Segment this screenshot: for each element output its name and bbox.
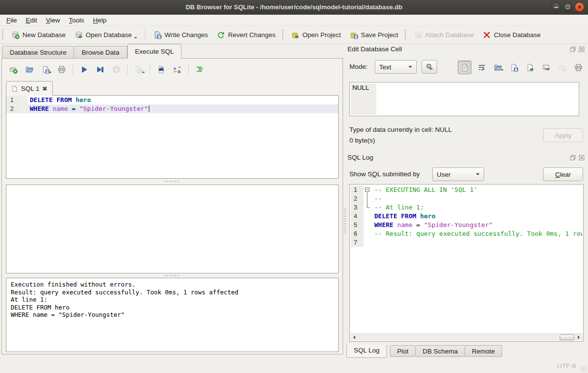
- menu-view[interactable]: View: [41, 16, 64, 25]
- new-tab-button[interactable]: [7, 63, 20, 76]
- mode-select[interactable]: Text: [375, 60, 417, 74]
- fold-margin: [364, 203, 372, 212]
- close-dock-icon[interactable]: [578, 154, 585, 161]
- print-button[interactable]: [572, 62, 584, 73]
- save-file-button[interactable]: [508, 62, 520, 73]
- auto-apply-button[interactable]: [422, 60, 437, 74]
- save-project-icon: [350, 31, 358, 39]
- main-tab-database-structure[interactable]: Database Structure: [2, 46, 74, 59]
- open-sql-file-icon: [25, 65, 34, 74]
- mode-value: Text: [379, 63, 406, 71]
- fold-margin: [364, 194, 372, 203]
- cell-mode-row: Mode: Text: [349, 60, 585, 75]
- scroll-right-icon[interactable]: [575, 334, 583, 341]
- encoding-label: UTF-8: [557, 362, 576, 370]
- dock-resize-handle[interactable]: [345, 208, 346, 235]
- minimize-icon[interactable]: [551, 2, 561, 12]
- sql-editor-toolbar: ab: [7, 62, 209, 77]
- find-replace-button[interactable]: ab: [171, 63, 183, 76]
- execute-all-icon: [80, 65, 88, 74]
- maximize-icon[interactable]: [563, 2, 572, 12]
- export-button[interactable]: [524, 62, 536, 73]
- image-link-button[interactable]: [540, 62, 552, 73]
- menu-tools[interactable]: Tools: [64, 16, 89, 25]
- open-file-button[interactable]: [492, 62, 504, 73]
- toolbar-separator: [127, 64, 128, 75]
- code-line: 5WHERE name = "Spider-Youngster": [351, 221, 582, 229]
- line-number: 1: [6, 96, 21, 104]
- print-button[interactable]: [55, 63, 68, 76]
- sql-log-view[interactable]: 1−-- EXECUTING ALL IN 'SQL 1'2--3-- At l…: [349, 184, 584, 342]
- cell-editor[interactable]: NULL: [349, 82, 579, 116]
- open-database-button[interactable]: Open Database: [70, 27, 142, 42]
- scrollbar-thumb[interactable]: [560, 334, 574, 340]
- dock-tab-plot[interactable]: Plot: [390, 345, 416, 357]
- close-dock-icon[interactable]: [578, 46, 585, 53]
- statusbar: UTF-8: [0, 359, 588, 373]
- save-sql-file-button[interactable]: [39, 63, 52, 76]
- main-tab-browse-data[interactable]: Browse Data: [74, 46, 127, 59]
- save-project-button[interactable]: Save Project: [345, 27, 403, 42]
- toolbar-separator: [73, 64, 73, 75]
- find-button[interactable]: [155, 63, 167, 76]
- submitter-select[interactable]: User: [432, 167, 484, 181]
- attach-database-button: Attach Database: [409, 27, 478, 42]
- resize-grip[interactable]: [581, 366, 587, 372]
- set-null-icon: [558, 63, 567, 72]
- line-number: 1: [351, 186, 364, 194]
- image-link-icon: [542, 63, 550, 72]
- titlebar[interactable]: DB Browser for SQLite - /home/user/code/…: [0, 0, 588, 15]
- line-number: 2: [6, 104, 21, 113]
- menu-edit[interactable]: Edit: [21, 16, 41, 25]
- dock-tab-remote[interactable]: Remote: [465, 345, 502, 357]
- save-results-icon: [135, 65, 143, 74]
- dock-tab-sql-log[interactable]: SQL Log: [346, 345, 387, 358]
- sql-log-dock-title: SQL Log: [347, 154, 585, 164]
- line-number: 7: [351, 238, 364, 247]
- splitter-handle[interactable]: [2, 180, 343, 183]
- execute-line-button[interactable]: [94, 63, 106, 76]
- new-database-button[interactable]: New Database: [7, 27, 70, 42]
- text-document-button[interactable]: [458, 61, 471, 74]
- auto-format-button[interactable]: [193, 63, 206, 76]
- word-wrap-button[interactable]: [476, 62, 487, 73]
- dock-tab-db-schema[interactable]: DB Schema: [416, 345, 465, 357]
- float-dock-icon[interactable]: [569, 46, 576, 53]
- close-icon[interactable]: ✕: [575, 2, 584, 12]
- text-document-icon: [461, 63, 469, 72]
- fold-margin[interactable]: −: [364, 186, 372, 194]
- execute-all-button[interactable]: [78, 63, 90, 76]
- sql-document-tab[interactable]: SQL 1 ✖: [6, 81, 53, 96]
- fold-margin: [364, 238, 372, 247]
- open-project-button[interactable]: Open Project: [287, 27, 345, 42]
- svg-text:a: a: [173, 66, 176, 71]
- execute-sql-panel: ab SQL 1 ✖ 1DELETE FROM hero2WHERE name …: [1, 58, 343, 354]
- mode-label: Mode:: [349, 63, 368, 70]
- horizontal-scrollbar[interactable]: [350, 333, 583, 341]
- main-tab-execute-sql[interactable]: Execute SQL: [127, 44, 182, 59]
- toolbar-separator: [188, 64, 189, 75]
- app-window: DB Browser for SQLite - /home/user/code/…: [0, 0, 588, 373]
- write-changes-button[interactable]: Write Changes: [149, 27, 212, 42]
- menu-file[interactable]: File: [2, 16, 21, 25]
- new-database-icon: [11, 31, 20, 39]
- execution-message: Execution finished without errors. Resul…: [6, 278, 339, 352]
- line-number: 6: [351, 229, 364, 238]
- workarea: Database StructureBrowse DataExecute SQL…: [0, 44, 588, 359]
- revert-changes-button[interactable]: Revert Changes: [212, 27, 280, 42]
- float-dock-icon[interactable]: [569, 154, 576, 161]
- sql-document-tabbar: SQL 1 ✖: [6, 81, 53, 96]
- code-text: DELETE FROM hero: [372, 212, 582, 221]
- open-sql-file-button[interactable]: [23, 63, 36, 76]
- clear-button[interactable]: Clear: [543, 167, 583, 181]
- scroll-left-icon[interactable]: [350, 334, 358, 341]
- menu-help[interactable]: Help: [89, 16, 111, 25]
- close-tab-icon[interactable]: ✖: [42, 85, 47, 92]
- chevron-down-icon[interactable]: [134, 37, 137, 42]
- splitter-handle[interactable]: [2, 274, 343, 277]
- sql-editor[interactable]: 1DELETE FROM hero2WHERE name = "Spider-Y…: [6, 95, 339, 179]
- code-line: 7: [351, 238, 582, 247]
- close-database-button[interactable]: Close Database: [478, 27, 545, 42]
- code-line: 2--: [351, 194, 582, 203]
- export-icon: [526, 63, 534, 72]
